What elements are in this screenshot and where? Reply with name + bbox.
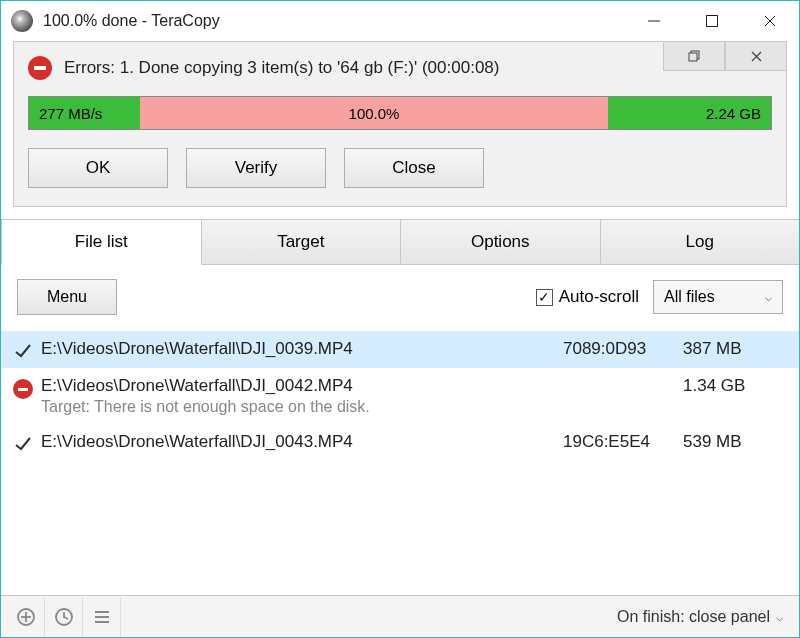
error-icon — [28, 56, 52, 80]
file-path: E:\Videos\Drone\Waterfall\DJI_0039.MP4 — [41, 339, 563, 359]
window-close-button[interactable] — [741, 1, 799, 41]
minimize-button[interactable] — [625, 1, 683, 41]
file-row[interactable]: E:\Videos\Drone\Waterfall\DJI_0043.MP4 1… — [1, 424, 799, 461]
history-button[interactable] — [45, 598, 83, 636]
file-row[interactable]: E:\Videos\Drone\Waterfall\DJI_0042.MP4 T… — [1, 368, 799, 424]
tab-file-list[interactable]: File list — [1, 219, 202, 265]
ok-button[interactable]: OK — [28, 148, 168, 188]
filter-value: All files — [664, 288, 715, 306]
app-icon — [11, 10, 33, 32]
tab-target[interactable]: Target — [202, 219, 402, 264]
tabs: File list Target Options Log — [1, 219, 799, 265]
file-size: 1.34 GB — [683, 376, 783, 396]
svg-rect-1 — [707, 16, 718, 27]
file-hash: 7089:0D93 — [563, 339, 683, 359]
list-button[interactable] — [83, 598, 121, 636]
status-text: Errors: 1. Done copying 3 item(s) to '64… — [64, 58, 499, 78]
tab-log[interactable]: Log — [601, 219, 800, 264]
file-list: E:\Videos\Drone\Waterfall\DJI_0039.MP4 7… — [1, 329, 799, 461]
chevron-down-icon: ⌵ — [765, 290, 772, 304]
success-icon — [11, 339, 35, 360]
chevron-down-icon: ⌵ — [776, 610, 783, 624]
on-finish-label: On finish: close panel — [617, 608, 770, 626]
restore-panel-button[interactable] — [663, 41, 725, 71]
check-icon: ✓ — [536, 289, 553, 306]
file-path: E:\Videos\Drone\Waterfall\DJI_0042.MP4 — [41, 376, 563, 396]
file-row[interactable]: E:\Videos\Drone\Waterfall\DJI_0039.MP4 7… — [1, 331, 799, 368]
error-icon — [11, 376, 35, 399]
window-controls — [625, 1, 799, 41]
tab-options[interactable]: Options — [401, 219, 601, 264]
progress-bar: 277 MB/s 100.0% 2.24 GB — [28, 96, 772, 130]
titlebar: 100.0% done - TeraCopy — [1, 1, 799, 41]
close-button[interactable]: Close — [344, 148, 484, 188]
verify-button[interactable]: Verify — [186, 148, 326, 188]
menu-button[interactable]: Menu — [17, 279, 117, 315]
svg-rect-5 — [689, 53, 697, 61]
autoscroll-checkbox[interactable]: ✓ Auto-scroll — [536, 287, 639, 307]
close-panel-button[interactable] — [725, 41, 787, 71]
window-title: 100.0% done - TeraCopy — [43, 12, 625, 30]
file-hash: 19C6:E5E4 — [563, 432, 683, 452]
progress-speed: 277 MB/s — [29, 97, 140, 129]
statusbar: On finish: close panel ⌵ — [1, 595, 799, 637]
progress-percent: 100.0% — [140, 97, 607, 129]
add-button[interactable] — [7, 598, 45, 636]
on-finish-select[interactable]: On finish: close panel ⌵ — [617, 608, 783, 626]
maximize-button[interactable] — [683, 1, 741, 41]
file-path: E:\Videos\Drone\Waterfall\DJI_0043.MP4 — [41, 432, 563, 452]
progress-total: 2.24 GB — [608, 97, 771, 129]
file-error: Target: There is not enough space on the… — [41, 398, 563, 416]
file-size: 387 MB — [683, 339, 783, 359]
autoscroll-label: Auto-scroll — [559, 287, 639, 307]
status-panel: Errors: 1. Done copying 3 item(s) to '64… — [13, 41, 787, 207]
file-toolbar: Menu ✓ Auto-scroll All files ⌵ — [1, 265, 799, 329]
success-icon — [11, 432, 35, 453]
panel-controls — [663, 41, 787, 71]
file-size: 539 MB — [683, 432, 783, 452]
filter-select[interactable]: All files ⌵ — [653, 280, 783, 314]
